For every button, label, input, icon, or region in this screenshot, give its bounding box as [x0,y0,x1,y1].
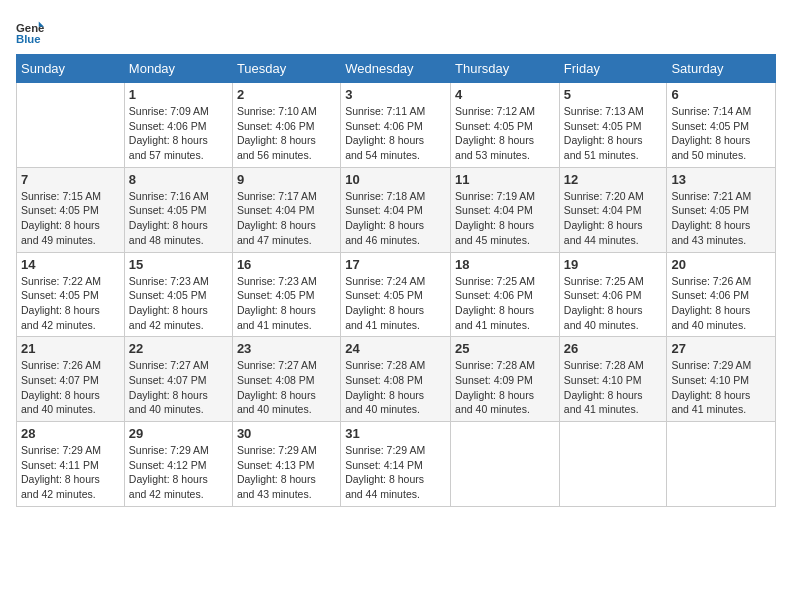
day-number: 22 [129,341,228,356]
calendar-cell: 16Sunrise: 7:23 AM Sunset: 4:05 PM Dayli… [232,252,340,337]
calendar-cell: 5Sunrise: 7:13 AM Sunset: 4:05 PM Daylig… [559,83,667,168]
day-info: Sunrise: 7:25 AM Sunset: 4:06 PM Dayligh… [455,274,555,333]
day-info: Sunrise: 7:27 AM Sunset: 4:07 PM Dayligh… [129,358,228,417]
day-number: 16 [237,257,336,272]
day-number: 26 [564,341,663,356]
week-row-3: 14Sunrise: 7:22 AM Sunset: 4:05 PM Dayli… [17,252,776,337]
svg-text:Blue: Blue [16,33,41,45]
day-info: Sunrise: 7:11 AM Sunset: 4:06 PM Dayligh… [345,104,446,163]
calendar-cell: 6Sunrise: 7:14 AM Sunset: 4:05 PM Daylig… [667,83,776,168]
day-info: Sunrise: 7:24 AM Sunset: 4:05 PM Dayligh… [345,274,446,333]
day-number: 12 [564,172,663,187]
calendar-cell: 10Sunrise: 7:18 AM Sunset: 4:04 PM Dayli… [341,167,451,252]
week-row-5: 28Sunrise: 7:29 AM Sunset: 4:11 PM Dayli… [17,422,776,507]
calendar-cell [17,83,125,168]
day-header-friday: Friday [559,55,667,83]
calendar-cell: 17Sunrise: 7:24 AM Sunset: 4:05 PM Dayli… [341,252,451,337]
day-info: Sunrise: 7:17 AM Sunset: 4:04 PM Dayligh… [237,189,336,248]
page-header: General Blue [16,16,776,46]
day-number: 14 [21,257,120,272]
day-number: 31 [345,426,446,441]
calendar-cell: 1Sunrise: 7:09 AM Sunset: 4:06 PM Daylig… [124,83,232,168]
day-info: Sunrise: 7:10 AM Sunset: 4:06 PM Dayligh… [237,104,336,163]
calendar-header-row: SundayMondayTuesdayWednesdayThursdayFrid… [17,55,776,83]
calendar-cell [451,422,560,507]
calendar-cell: 28Sunrise: 7:29 AM Sunset: 4:11 PM Dayli… [17,422,125,507]
day-number: 29 [129,426,228,441]
week-row-4: 21Sunrise: 7:26 AM Sunset: 4:07 PM Dayli… [17,337,776,422]
day-number: 10 [345,172,446,187]
calendar-cell: 26Sunrise: 7:28 AM Sunset: 4:10 PM Dayli… [559,337,667,422]
calendar-cell: 7Sunrise: 7:15 AM Sunset: 4:05 PM Daylig… [17,167,125,252]
calendar-cell: 11Sunrise: 7:19 AM Sunset: 4:04 PM Dayli… [451,167,560,252]
day-number: 8 [129,172,228,187]
calendar-cell: 3Sunrise: 7:11 AM Sunset: 4:06 PM Daylig… [341,83,451,168]
calendar-cell: 18Sunrise: 7:25 AM Sunset: 4:06 PM Dayli… [451,252,560,337]
day-info: Sunrise: 7:29 AM Sunset: 4:10 PM Dayligh… [671,358,771,417]
calendar-cell: 20Sunrise: 7:26 AM Sunset: 4:06 PM Dayli… [667,252,776,337]
day-number: 5 [564,87,663,102]
day-number: 15 [129,257,228,272]
day-number: 1 [129,87,228,102]
day-header-monday: Monday [124,55,232,83]
day-info: Sunrise: 7:18 AM Sunset: 4:04 PM Dayligh… [345,189,446,248]
day-number: 19 [564,257,663,272]
calendar-cell: 27Sunrise: 7:29 AM Sunset: 4:10 PM Dayli… [667,337,776,422]
calendar-cell [667,422,776,507]
calendar-cell: 9Sunrise: 7:17 AM Sunset: 4:04 PM Daylig… [232,167,340,252]
calendar-cell: 4Sunrise: 7:12 AM Sunset: 4:05 PM Daylig… [451,83,560,168]
day-number: 17 [345,257,446,272]
day-info: Sunrise: 7:20 AM Sunset: 4:04 PM Dayligh… [564,189,663,248]
day-number: 25 [455,341,555,356]
calendar-cell: 22Sunrise: 7:27 AM Sunset: 4:07 PM Dayli… [124,337,232,422]
day-info: Sunrise: 7:29 AM Sunset: 4:14 PM Dayligh… [345,443,446,502]
calendar-cell: 29Sunrise: 7:29 AM Sunset: 4:12 PM Dayli… [124,422,232,507]
day-info: Sunrise: 7:27 AM Sunset: 4:08 PM Dayligh… [237,358,336,417]
calendar-cell: 15Sunrise: 7:23 AM Sunset: 4:05 PM Dayli… [124,252,232,337]
day-number: 23 [237,341,336,356]
logo: General Blue [16,16,46,46]
day-number: 6 [671,87,771,102]
week-row-1: 1Sunrise: 7:09 AM Sunset: 4:06 PM Daylig… [17,83,776,168]
day-info: Sunrise: 7:29 AM Sunset: 4:13 PM Dayligh… [237,443,336,502]
calendar-cell: 2Sunrise: 7:10 AM Sunset: 4:06 PM Daylig… [232,83,340,168]
day-number: 4 [455,87,555,102]
day-info: Sunrise: 7:13 AM Sunset: 4:05 PM Dayligh… [564,104,663,163]
day-number: 24 [345,341,446,356]
day-info: Sunrise: 7:21 AM Sunset: 4:05 PM Dayligh… [671,189,771,248]
day-number: 3 [345,87,446,102]
day-info: Sunrise: 7:26 AM Sunset: 4:06 PM Dayligh… [671,274,771,333]
calendar-cell: 8Sunrise: 7:16 AM Sunset: 4:05 PM Daylig… [124,167,232,252]
calendar-cell: 21Sunrise: 7:26 AM Sunset: 4:07 PM Dayli… [17,337,125,422]
day-info: Sunrise: 7:14 AM Sunset: 4:05 PM Dayligh… [671,104,771,163]
day-info: Sunrise: 7:15 AM Sunset: 4:05 PM Dayligh… [21,189,120,248]
calendar-cell: 14Sunrise: 7:22 AM Sunset: 4:05 PM Dayli… [17,252,125,337]
day-header-wednesday: Wednesday [341,55,451,83]
day-info: Sunrise: 7:29 AM Sunset: 4:11 PM Dayligh… [21,443,120,502]
calendar-cell: 25Sunrise: 7:28 AM Sunset: 4:09 PM Dayli… [451,337,560,422]
logo-icon: General Blue [16,18,44,46]
day-info: Sunrise: 7:26 AM Sunset: 4:07 PM Dayligh… [21,358,120,417]
day-number: 20 [671,257,771,272]
day-info: Sunrise: 7:22 AM Sunset: 4:05 PM Dayligh… [21,274,120,333]
calendar-cell: 23Sunrise: 7:27 AM Sunset: 4:08 PM Dayli… [232,337,340,422]
day-number: 28 [21,426,120,441]
day-info: Sunrise: 7:23 AM Sunset: 4:05 PM Dayligh… [129,274,228,333]
calendar-cell: 30Sunrise: 7:29 AM Sunset: 4:13 PM Dayli… [232,422,340,507]
day-number: 27 [671,341,771,356]
day-number: 7 [21,172,120,187]
day-header-tuesday: Tuesday [232,55,340,83]
day-info: Sunrise: 7:28 AM Sunset: 4:10 PM Dayligh… [564,358,663,417]
calendar-cell: 13Sunrise: 7:21 AM Sunset: 4:05 PM Dayli… [667,167,776,252]
calendar-cell: 24Sunrise: 7:28 AM Sunset: 4:08 PM Dayli… [341,337,451,422]
day-number: 13 [671,172,771,187]
calendar-cell [559,422,667,507]
day-number: 2 [237,87,336,102]
day-info: Sunrise: 7:29 AM Sunset: 4:12 PM Dayligh… [129,443,228,502]
day-info: Sunrise: 7:19 AM Sunset: 4:04 PM Dayligh… [455,189,555,248]
day-info: Sunrise: 7:23 AM Sunset: 4:05 PM Dayligh… [237,274,336,333]
day-header-sunday: Sunday [17,55,125,83]
day-number: 11 [455,172,555,187]
calendar-cell: 31Sunrise: 7:29 AM Sunset: 4:14 PM Dayli… [341,422,451,507]
day-info: Sunrise: 7:16 AM Sunset: 4:05 PM Dayligh… [129,189,228,248]
